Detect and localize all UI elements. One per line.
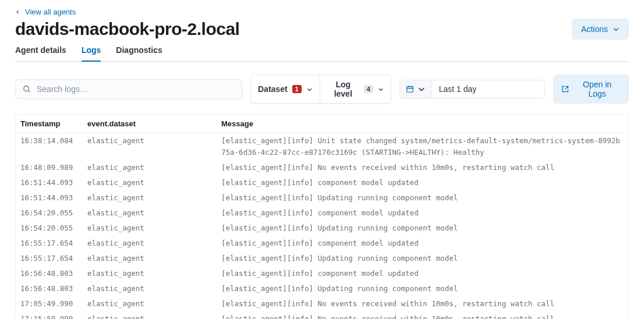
cell-msg: [elastic_agent][info] component model up… bbox=[217, 205, 628, 221]
table-row[interactable]: 16:56:48.803elastic_agent[elastic_agent]… bbox=[16, 281, 628, 296]
col-header-dataset[interactable]: event.dataset bbox=[83, 115, 217, 133]
actions-button[interactable]: Actions bbox=[572, 19, 629, 40]
col-header-timestamp[interactable]: Timestamp bbox=[16, 115, 83, 133]
cell-ds: elastic_agent bbox=[83, 175, 217, 190]
table-row[interactable]: 16:54:20.055elastic_agent[elastic_agent]… bbox=[16, 221, 628, 236]
dataset-filter[interactable]: Dataset 1 bbox=[251, 75, 320, 103]
svg-point-0 bbox=[24, 86, 29, 91]
cell-ts: 16:54:20.055 bbox=[16, 221, 83, 236]
cell-msg: [elastic_agent][info] component model up… bbox=[217, 266, 628, 281]
table-row[interactable]: 16:51:44.093elastic_agent[elastic_agent]… bbox=[16, 175, 628, 190]
date-picker-value[interactable]: Last 1 day bbox=[432, 80, 545, 98]
dataset-filter-label: Dataset bbox=[258, 84, 288, 94]
back-link[interactable]: View all agents bbox=[15, 8, 76, 16]
cell-msg: [elastic_agent][info] Updating running c… bbox=[217, 251, 628, 266]
cell-ts: 17:15:59.990 bbox=[16, 311, 83, 319]
cell-ts: 17:05:49.990 bbox=[16, 296, 83, 311]
table-row[interactable]: 16:56:48.803elastic_agent[elastic_agent]… bbox=[16, 266, 628, 281]
dataset-filter-count: 1 bbox=[292, 85, 302, 93]
page-title: davids-macbook-pro-2.local bbox=[15, 19, 239, 39]
date-picker: Last 1 day bbox=[399, 80, 545, 98]
search-input-wrapper[interactable] bbox=[15, 79, 242, 99]
chevron-down-icon bbox=[306, 86, 313, 93]
chevron-left-icon bbox=[15, 9, 20, 15]
table-row[interactable]: 17:05:49.990elastic_agent[elastic_agent]… bbox=[16, 296, 628, 311]
table-row[interactable]: 16:55:17.654elastic_agent[elastic_agent]… bbox=[16, 236, 628, 251]
cell-ts: 16:51:44.093 bbox=[16, 190, 83, 205]
calendar-icon bbox=[406, 85, 414, 93]
open-in-logs-label: Open in Logs bbox=[574, 80, 621, 98]
cell-ds: elastic_agent bbox=[83, 281, 217, 296]
cell-ds: elastic_agent bbox=[83, 311, 217, 319]
cell-msg: [elastic_agent][info] component model up… bbox=[217, 175, 628, 190]
log-table: Timestamp event.dataset Message 16:38:14… bbox=[16, 115, 628, 319]
cell-ds: elastic_agent bbox=[83, 296, 217, 311]
table-row[interactable]: 16:38:14.084elastic_agent[elastic_agent]… bbox=[16, 133, 628, 161]
cell-msg: [elastic_agent][info] Unit state changed… bbox=[217, 133, 628, 161]
table-row[interactable]: 16:55:17.654elastic_agent[elastic_agent]… bbox=[16, 251, 628, 266]
cell-ts: 16:55:17.654 bbox=[16, 251, 83, 266]
cell-msg: [elastic_agent][info] Updating running c… bbox=[217, 281, 628, 296]
cell-msg: [elastic_agent][info] Updating running c… bbox=[217, 190, 628, 205]
search-input[interactable] bbox=[37, 84, 235, 94]
tab-agent-details[interactable]: Agent details bbox=[15, 45, 66, 62]
cell-msg: [elastic_agent][info] No events received… bbox=[217, 296, 628, 311]
tab-logs[interactable]: Logs bbox=[82, 45, 101, 62]
cell-ts: 16:48:09.989 bbox=[16, 160, 83, 175]
tabs: Agent details Logs Diagnostics bbox=[15, 45, 629, 62]
search-icon bbox=[23, 85, 31, 93]
table-row[interactable]: 16:48:09.989elastic_agent[elastic_agent]… bbox=[16, 160, 628, 175]
popout-icon bbox=[561, 85, 569, 93]
cell-ds: elastic_agent bbox=[83, 160, 217, 175]
cell-ts: 16:38:14.084 bbox=[16, 133, 83, 161]
actions-button-label: Actions bbox=[581, 24, 608, 34]
cell-ds: elastic_agent bbox=[83, 266, 217, 281]
cell-ts: 16:55:17.654 bbox=[16, 236, 83, 251]
back-link-label: View all agents bbox=[25, 8, 76, 16]
table-row[interactable]: 16:54:20.055elastic_agent[elastic_agent]… bbox=[16, 205, 628, 221]
cell-msg: [elastic_agent][info] component model up… bbox=[217, 236, 628, 251]
chevron-down-icon bbox=[417, 85, 426, 93]
cell-msg: [elastic_agent][info] No events received… bbox=[217, 160, 628, 175]
date-picker-button[interactable] bbox=[400, 80, 432, 98]
log-table-wrapper: Timestamp event.dataset Message 16:38:14… bbox=[15, 114, 629, 319]
cell-ts: 16:51:44.093 bbox=[16, 175, 83, 190]
log-level-filter[interactable]: Log level 4 bbox=[320, 75, 391, 103]
cell-ds: elastic_agent bbox=[83, 236, 217, 251]
chevron-down-icon bbox=[613, 26, 620, 33]
tab-diagnostics[interactable]: Diagnostics bbox=[116, 45, 162, 62]
log-level-filter-label: Log level bbox=[327, 80, 359, 98]
filter-group: Dataset 1 Log level 4 bbox=[250, 75, 391, 104]
cell-msg: [elastic_agent][info] Updating running c… bbox=[217, 221, 628, 236]
table-row[interactable]: 17:15:59.990elastic_agent[elastic_agent]… bbox=[16, 311, 628, 319]
svg-rect-1 bbox=[406, 87, 413, 93]
cell-ds: elastic_agent bbox=[83, 251, 217, 266]
cell-ts: 16:56:48.803 bbox=[16, 281, 83, 296]
cell-msg: [elastic_agent][info] No events received… bbox=[217, 311, 628, 319]
cell-ds: elastic_agent bbox=[83, 221, 217, 236]
cell-ds: elastic_agent bbox=[83, 205, 217, 221]
chevron-down-icon bbox=[378, 86, 384, 93]
log-level-filter-count: 4 bbox=[364, 85, 373, 93]
col-header-message[interactable]: Message bbox=[217, 115, 628, 133]
table-row[interactable]: 16:51:44.093elastic_agent[elastic_agent]… bbox=[16, 190, 628, 205]
cell-ts: 16:54:20.055 bbox=[16, 205, 83, 221]
cell-ds: elastic_agent bbox=[83, 133, 217, 161]
cell-ts: 16:56:48.803 bbox=[16, 266, 83, 281]
cell-ds: elastic_agent bbox=[83, 190, 217, 205]
open-in-logs-button[interactable]: Open in Logs bbox=[553, 75, 629, 104]
